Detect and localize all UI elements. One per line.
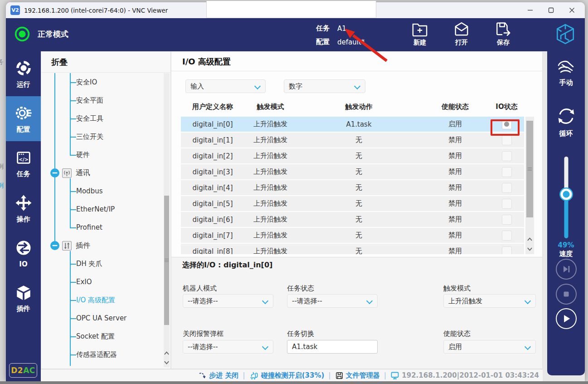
sidebar-item-run[interactable]: 运行 (6, 51, 41, 96)
d2ac-badge[interactable]: D2AC (9, 363, 37, 378)
table-row-digital-in-7[interactable]: digital_in[7]上升沿触发无禁用 (181, 228, 524, 243)
table-row-digital-in-0[interactable]: digital_in[0]上升沿触发A1.task启用 (181, 117, 524, 132)
step-next-button[interactable] (556, 259, 577, 280)
cell-name: digital_in[4] (181, 184, 244, 192)
tree-item-hardware[interactable]: 硬件 (41, 146, 170, 164)
tree-scroll-up-button[interactable] (164, 348, 170, 358)
manual-mode-button[interactable]: 手动 (547, 59, 585, 87)
new-button[interactable]: 新建 (407, 21, 432, 47)
close-button[interactable] (561, 2, 582, 18)
sidebar-item-config[interactable]: 配置 (6, 96, 41, 141)
cell-name: digital_in[3] (181, 168, 244, 176)
cell-name: digital_in[5] (181, 200, 244, 208)
io-type-select[interactable]: 数字 (284, 79, 365, 93)
task-switch-input[interactable]: A1.task (287, 340, 378, 354)
cell-io-state (489, 231, 524, 241)
table-scroll-up-button[interactable] (525, 234, 534, 244)
tree-item-safety-plane[interactable]: 安全平面 (41, 91, 170, 109)
sidebar-item-plugin[interactable]: 插件 (6, 276, 41, 321)
table-row-digital-in-2[interactable]: digital_in[2]上升沿触发无禁用 (181, 148, 524, 163)
tree-item-ethernet-ip[interactable]: EtherNet/IP (41, 200, 170, 218)
tree-item-label: 安全工具 (76, 114, 103, 123)
maximize-icon (548, 7, 554, 13)
cell-enable: 启用 (421, 120, 489, 128)
io-state-indicator (502, 167, 512, 177)
chevron-up-icon (527, 237, 533, 241)
tree-scrollbar-handle[interactable] (164, 196, 169, 325)
tree-scrollbar[interactable] (164, 73, 170, 367)
tree-item-opc-ua-server[interactable]: OPC UA Server (41, 309, 170, 327)
tree-item-label: 安全IO (76, 78, 97, 87)
vnc-viewer-window: V2 192.168.1.200 (intel-corei7-64:0) - V… (6, 2, 585, 381)
task-state-select[interactable]: --请选择-- (287, 294, 378, 308)
sidebar-item-operate[interactable]: 操作 (6, 186, 41, 231)
table-row-digital-in-6[interactable]: digital_in[6]上升沿触发无禁用 (181, 212, 524, 227)
table-row-digital-in-8[interactable]: digital_in[8]上升沿触发无禁用 (181, 244, 524, 254)
tree-item-io-advanced-config[interactable]: I/O 高级配置 (41, 291, 170, 309)
tree-item-sensor-adapter[interactable]: 传感器适配器 (41, 345, 170, 364)
sidebar-item-label: 插件 (17, 305, 30, 313)
tree-item-profinet[interactable]: Profinet (41, 218, 170, 236)
table-row-digital-in-3[interactable]: digital_in[3]上升沿触发无禁用 (181, 164, 524, 179)
cell-trigger_mode: 上升沿触发 (244, 247, 296, 254)
tree-scroll-down-button[interactable] (164, 358, 170, 367)
file-manager-icon (335, 371, 344, 380)
table-scrollbar[interactable] (525, 117, 534, 254)
open-file-icon (453, 21, 470, 37)
tree-item-communication[interactable]: 通讯 (41, 164, 170, 182)
task-switch-value: A1.task (292, 343, 317, 351)
open-button[interactable]: 打开 (449, 21, 474, 47)
table-row-digital-in-1[interactable]: digital_in[1]上升沿触发无禁用 (181, 133, 524, 148)
tree-item-three-pos-switch[interactable]: 三位开关 (41, 128, 170, 146)
overlay-window (206, 1, 376, 18)
minimize-button[interactable] (520, 2, 540, 18)
close-icon (569, 7, 575, 13)
table-header: 用户定义名称触发模式触发动作使能状态IO状态 (181, 103, 524, 111)
file-manager-button[interactable]: 文件管理器 (335, 371, 380, 380)
separator: | (243, 371, 245, 379)
trigger-mode-select[interactable]: 上升沿触发 (443, 294, 536, 308)
tree-item-safety-io[interactable]: 安全IO (41, 73, 170, 91)
loop-mode-button[interactable]: 循环 (547, 106, 585, 138)
sidebar-item-label: 配置 (17, 125, 30, 134)
sidebar-item-task[interactable]: </>任务 (6, 141, 41, 186)
speed-slider-handle[interactable] (560, 189, 572, 200)
tree-item-modbus[interactable]: Modbus (41, 182, 170, 200)
tree-item-label: 安全平面 (76, 96, 103, 105)
play-button[interactable] (556, 308, 577, 329)
io-state-indicator (502, 151, 512, 161)
loop-icon (556, 106, 577, 127)
table-scroll-down-button[interactable] (525, 244, 534, 254)
table-row-digital-in-4[interactable]: digital_in[4]上升沿触发无禁用 (181, 180, 524, 195)
chevron-down-icon (254, 83, 261, 89)
enable-state-select[interactable]: 启用 (443, 340, 536, 354)
step-mode-status[interactable]: 步进 关闭 (198, 371, 238, 380)
io-direction-select[interactable]: 输入 (185, 79, 266, 93)
chevron-down-icon (527, 247, 533, 251)
tree-item-plugin[interactable]: 插件 (41, 236, 170, 255)
tree-item-safety-tool[interactable]: 安全工具 (41, 109, 170, 128)
save-button[interactable]: 保存 (491, 21, 516, 47)
robot-mode-label: 机器人模式 (183, 284, 217, 293)
robot-mode-select[interactable]: --请选择-- (183, 294, 273, 308)
collision-detection-status[interactable]: 碰撞检测开启(33%) (249, 371, 325, 380)
cell-name: digital_in[6] (181, 216, 244, 224)
tree-item-exio[interactable]: ExIO (41, 273, 170, 291)
table-row-digital-in-5[interactable]: digital_in[5]上升沿触发无禁用 (181, 196, 524, 211)
background-text-fragment: 例 (0, 182, 5, 190)
table-scrollbar-handle[interactable] (526, 121, 533, 217)
task-switch-label: 任务切换 (287, 330, 314, 338)
tree-item-socket-config[interactable]: Socket 配置 (41, 327, 170, 345)
close-alarm-popup-select[interactable]: --请选择-- (183, 340, 273, 354)
maximize-button[interactable] (540, 2, 561, 18)
collision-icon (249, 371, 259, 380)
tree-item-dh-gripper[interactable]: DH 夹爪 (41, 255, 170, 273)
tree-collapse-header[interactable]: 折叠 (41, 52, 170, 73)
stop-button[interactable] (556, 284, 577, 305)
stop-icon (561, 289, 572, 300)
cell-trigger_mode: 上升沿触发 (244, 231, 296, 240)
cell-name: digital_in[2] (181, 152, 244, 160)
sidebar-item-io[interactable]: IO (6, 231, 41, 276)
sidebar-item-label: IO (19, 260, 27, 268)
tree-item-label: 三位开关 (76, 133, 103, 141)
